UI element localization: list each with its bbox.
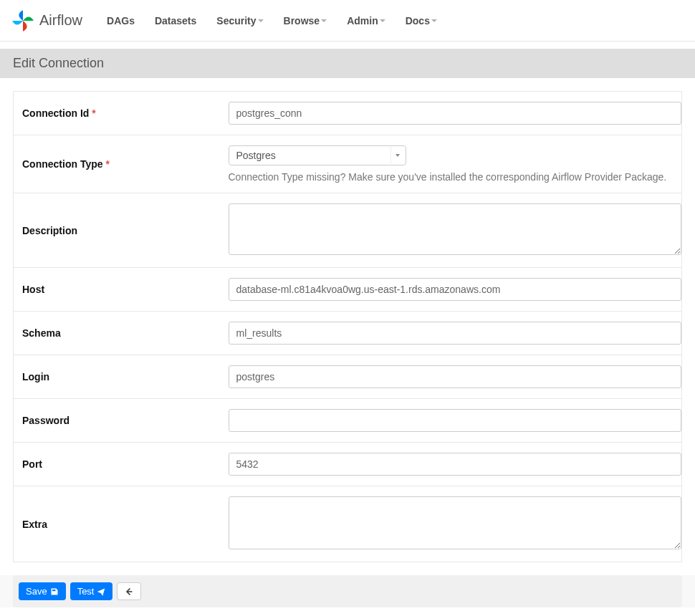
brand-link[interactable]: Airflow bbox=[11, 9, 82, 33]
nav-dags-label: DAGs bbox=[107, 15, 135, 27]
conn-id-input[interactable] bbox=[229, 102, 682, 125]
main-nav: DAGs Datasets Security Browse Admin Docs bbox=[97, 0, 447, 42]
nav-admin-label: Admin bbox=[347, 15, 378, 27]
login-input[interactable] bbox=[229, 365, 682, 388]
test-button[interactable]: Test bbox=[70, 582, 113, 600]
conn-type-select[interactable]: Postgres bbox=[229, 145, 406, 165]
port-input[interactable] bbox=[229, 453, 682, 476]
conn-type-help: Connection Type missing? Make sure you'v… bbox=[229, 171, 682, 183]
page-title: Edit Connection bbox=[0, 49, 695, 78]
label-conn-type: Connection Type * bbox=[14, 135, 229, 193]
brand-text: Airflow bbox=[39, 12, 82, 29]
chevron-down-icon bbox=[258, 19, 264, 22]
chevron-down-icon bbox=[390, 147, 405, 164]
form-container: Connection Id * Connection Type * Postgr… bbox=[0, 78, 695, 575]
nav-admin[interactable]: Admin bbox=[337, 0, 396, 42]
top-navbar: Airflow DAGs Datasets Security Browse Ad… bbox=[0, 0, 695, 42]
required-marker: * bbox=[103, 158, 110, 170]
nav-datasets[interactable]: Datasets bbox=[145, 0, 206, 42]
test-button-label: Test bbox=[77, 586, 95, 597]
save-button-label: Save bbox=[26, 586, 47, 597]
chevron-down-icon bbox=[321, 19, 327, 22]
label-extra: Extra bbox=[14, 486, 229, 562]
label-schema: Schema bbox=[14, 312, 229, 355]
label-port: Port bbox=[14, 443, 229, 486]
required-marker: * bbox=[89, 107, 95, 119]
host-input[interactable] bbox=[229, 278, 682, 301]
arrow-left-icon bbox=[125, 587, 133, 596]
chevron-down-icon bbox=[431, 19, 437, 22]
label-conn-id: Connection Id * bbox=[14, 92, 229, 135]
nav-browse-label: Browse bbox=[284, 15, 320, 27]
nav-security-label: Security bbox=[216, 15, 256, 27]
nav-datasets-label: Datasets bbox=[155, 15, 196, 27]
page-body: Edit Connection Connection Id * Connecti… bbox=[0, 49, 695, 607]
description-input[interactable] bbox=[229, 203, 682, 255]
nav-dags[interactable]: DAGs bbox=[97, 0, 145, 42]
password-input[interactable] bbox=[229, 409, 682, 432]
back-button[interactable] bbox=[117, 582, 141, 600]
nav-docs-label: Docs bbox=[406, 15, 430, 27]
schema-input[interactable] bbox=[229, 322, 682, 345]
nav-docs[interactable]: Docs bbox=[396, 0, 447, 42]
nav-browse[interactable]: Browse bbox=[274, 0, 337, 42]
nav-security[interactable]: Security bbox=[206, 0, 273, 42]
conn-type-selected: Postgres bbox=[236, 150, 276, 161]
label-description: Description bbox=[14, 193, 229, 268]
paper-plane-icon bbox=[97, 587, 105, 596]
button-bar: Save Test bbox=[13, 575, 682, 607]
label-login: Login bbox=[14, 355, 229, 399]
label-host: Host bbox=[14, 268, 229, 312]
save-icon bbox=[50, 587, 59, 596]
label-conn-type-text: Connection Type bbox=[22, 158, 103, 170]
label-password: Password bbox=[14, 399, 229, 443]
label-conn-id-text: Connection Id bbox=[22, 107, 89, 119]
save-button[interactable]: Save bbox=[19, 582, 66, 600]
chevron-down-icon bbox=[380, 19, 385, 22]
extra-input[interactable] bbox=[229, 496, 682, 549]
airflow-logo-icon bbox=[11, 9, 35, 33]
